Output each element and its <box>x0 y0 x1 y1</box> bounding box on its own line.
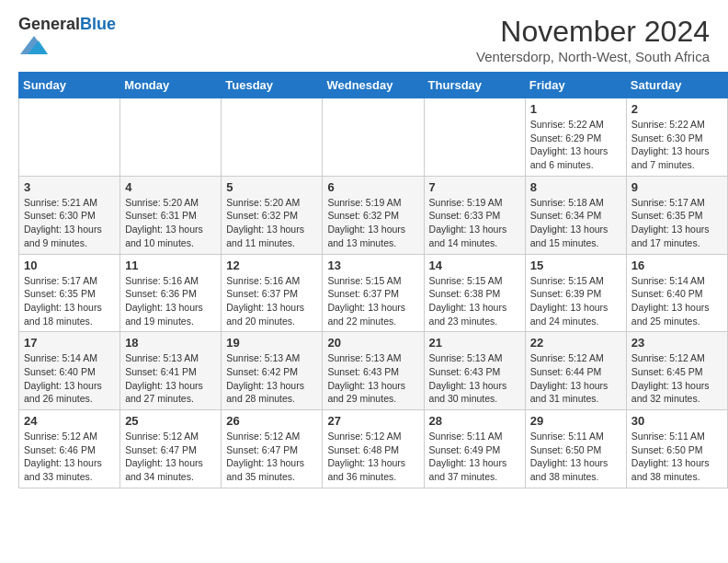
day-info: Sunrise: 5:14 AM Sunset: 6:40 PM Dayligh… <box>631 274 722 328</box>
calendar-cell: 20Sunrise: 5:13 AM Sunset: 6:43 PM Dayli… <box>323 332 424 410</box>
day-number: 11 <box>125 259 216 272</box>
calendar-cell: 26Sunrise: 5:12 AM Sunset: 6:47 PM Dayli… <box>222 410 323 488</box>
day-info: Sunrise: 5:12 AM Sunset: 6:46 PM Dayligh… <box>24 430 115 484</box>
calendar-cell: 23Sunrise: 5:12 AM Sunset: 6:45 PM Dayli… <box>626 332 727 410</box>
day-number: 18 <box>125 336 216 350</box>
day-number: 10 <box>24 259 115 272</box>
day-header-saturday: Saturday <box>626 73 727 98</box>
calendar-week-4: 17Sunrise: 5:14 AM Sunset: 6:40 PM Dayli… <box>19 332 728 410</box>
calendar-cell: 3Sunrise: 5:21 AM Sunset: 6:30 PM Daylig… <box>19 176 120 254</box>
day-info: Sunrise: 5:12 AM Sunset: 6:44 PM Dayligh… <box>530 351 621 406</box>
day-info: Sunrise: 5:12 AM Sunset: 6:48 PM Dayligh… <box>327 430 418 484</box>
day-info: Sunrise: 5:13 AM Sunset: 6:43 PM Dayligh… <box>327 351 418 406</box>
logo-icon <box>20 34 48 56</box>
day-header-sunday: Sunday <box>19 73 120 98</box>
calendar-cell: 1Sunrise: 5:22 AM Sunset: 6:29 PM Daylig… <box>525 98 626 177</box>
day-number: 1 <box>530 102 621 116</box>
title-block: November 2024 Ventersdorp, North-West, S… <box>476 15 710 64</box>
day-number: 23 <box>631 336 722 350</box>
day-info: Sunrise: 5:12 AM Sunset: 6:45 PM Dayligh… <box>631 351 722 406</box>
day-info: Sunrise: 5:20 AM Sunset: 6:31 PM Dayligh… <box>125 196 216 250</box>
month-title: November 2024 <box>476 15 710 49</box>
day-info: Sunrise: 5:18 AM Sunset: 6:34 PM Dayligh… <box>530 196 621 250</box>
calendar-cell: 24Sunrise: 5:12 AM Sunset: 6:46 PM Dayli… <box>19 410 120 488</box>
day-info: Sunrise: 5:15 AM Sunset: 6:39 PM Dayligh… <box>530 274 621 328</box>
calendar-cell: 15Sunrise: 5:15 AM Sunset: 6:39 PM Dayli… <box>525 254 626 332</box>
calendar-cell: 8Sunrise: 5:18 AM Sunset: 6:34 PM Daylig… <box>525 176 626 254</box>
day-number: 9 <box>631 180 722 194</box>
day-info: Sunrise: 5:12 AM Sunset: 6:47 PM Dayligh… <box>125 430 216 484</box>
day-number: 6 <box>327 180 418 194</box>
day-info: Sunrise: 5:22 AM Sunset: 6:30 PM Dayligh… <box>631 118 722 172</box>
calendar-cell <box>424 98 525 177</box>
calendar-cell: 9Sunrise: 5:17 AM Sunset: 6:35 PM Daylig… <box>626 176 727 254</box>
day-number: 22 <box>530 336 621 350</box>
day-info: Sunrise: 5:15 AM Sunset: 6:37 PM Dayligh… <box>327 274 418 328</box>
calendar-cell: 10Sunrise: 5:17 AM Sunset: 6:35 PM Dayli… <box>19 254 120 332</box>
day-info: Sunrise: 5:15 AM Sunset: 6:38 PM Dayligh… <box>429 274 520 328</box>
day-number: 12 <box>226 259 317 272</box>
calendar-cell: 7Sunrise: 5:19 AM Sunset: 6:33 PM Daylig… <box>424 176 525 254</box>
day-info: Sunrise: 5:20 AM Sunset: 6:32 PM Dayligh… <box>226 196 317 250</box>
day-number: 8 <box>530 180 621 194</box>
calendar-cell: 12Sunrise: 5:16 AM Sunset: 6:37 PM Dayli… <box>222 254 323 332</box>
day-info: Sunrise: 5:13 AM Sunset: 6:42 PM Dayligh… <box>226 351 317 406</box>
day-number: 7 <box>429 180 520 194</box>
day-info: Sunrise: 5:11 AM Sunset: 6:50 PM Dayligh… <box>631 430 722 484</box>
calendar-cell: 5Sunrise: 5:20 AM Sunset: 6:32 PM Daylig… <box>222 176 323 254</box>
day-info: Sunrise: 5:16 AM Sunset: 6:37 PM Dayligh… <box>226 274 317 328</box>
day-number: 19 <box>226 336 317 350</box>
calendar-cell: 30Sunrise: 5:11 AM Sunset: 6:50 PM Dayli… <box>626 410 727 488</box>
calendar-cell: 21Sunrise: 5:13 AM Sunset: 6:43 PM Dayli… <box>424 332 525 410</box>
logo-general: General <box>18 15 80 33</box>
calendar-cell: 4Sunrise: 5:20 AM Sunset: 6:31 PM Daylig… <box>120 176 222 254</box>
day-number: 4 <box>125 180 216 194</box>
day-number: 30 <box>631 414 722 428</box>
day-number: 21 <box>429 336 520 350</box>
calendar-week-3: 10Sunrise: 5:17 AM Sunset: 6:35 PM Dayli… <box>19 254 728 332</box>
day-header-friday: Friday <box>525 73 626 98</box>
day-number: 5 <box>226 180 317 194</box>
day-header-monday: Monday <box>120 73 222 98</box>
day-number: 3 <box>24 180 115 194</box>
day-info: Sunrise: 5:17 AM Sunset: 6:35 PM Dayligh… <box>631 196 722 250</box>
day-info: Sunrise: 5:11 AM Sunset: 6:49 PM Dayligh… <box>429 430 520 484</box>
calendar-cell: 29Sunrise: 5:11 AM Sunset: 6:50 PM Dayli… <box>525 410 626 488</box>
day-info: Sunrise: 5:12 AM Sunset: 6:47 PM Dayligh… <box>226 430 317 484</box>
calendar-week-5: 24Sunrise: 5:12 AM Sunset: 6:46 PM Dayli… <box>19 410 728 488</box>
day-number: 25 <box>125 414 216 428</box>
calendar-cell: 14Sunrise: 5:15 AM Sunset: 6:38 PM Dayli… <box>424 254 525 332</box>
day-number: 15 <box>530 259 621 272</box>
calendar-table: SundayMondayTuesdayWednesdayThursdayFrid… <box>18 72 728 488</box>
calendar-cell <box>222 98 323 177</box>
calendar-cell: 27Sunrise: 5:12 AM Sunset: 6:48 PM Dayli… <box>323 410 424 488</box>
calendar-cell: 2Sunrise: 5:22 AM Sunset: 6:30 PM Daylig… <box>626 98 727 177</box>
calendar-cell <box>323 98 424 177</box>
calendar-header: SundayMondayTuesdayWednesdayThursdayFrid… <box>19 73 728 98</box>
day-info: Sunrise: 5:13 AM Sunset: 6:43 PM Dayligh… <box>429 351 520 406</box>
calendar-cell <box>19 98 120 177</box>
day-header-tuesday: Tuesday <box>222 73 323 98</box>
day-info: Sunrise: 5:19 AM Sunset: 6:33 PM Dayligh… <box>429 196 520 250</box>
day-number: 13 <box>327 259 418 272</box>
logo-blue: Blue <box>80 15 116 33</box>
calendar-cell <box>120 98 222 177</box>
day-info: Sunrise: 5:16 AM Sunset: 6:36 PM Dayligh… <box>125 274 216 328</box>
day-number: 16 <box>631 259 722 272</box>
calendar-week-1: 1Sunrise: 5:22 AM Sunset: 6:29 PM Daylig… <box>19 98 728 177</box>
calendar-cell: 11Sunrise: 5:16 AM Sunset: 6:36 PM Dayli… <box>120 254 222 332</box>
day-number: 29 <box>530 414 621 428</box>
day-info: Sunrise: 5:11 AM Sunset: 6:50 PM Dayligh… <box>530 430 621 484</box>
day-info: Sunrise: 5:19 AM Sunset: 6:32 PM Dayligh… <box>327 196 418 250</box>
calendar-cell: 25Sunrise: 5:12 AM Sunset: 6:47 PM Dayli… <box>120 410 222 488</box>
day-number: 26 <box>226 414 317 428</box>
calendar-cell: 16Sunrise: 5:14 AM Sunset: 6:40 PM Dayli… <box>626 254 727 332</box>
day-info: Sunrise: 5:21 AM Sunset: 6:30 PM Dayligh… <box>24 196 115 250</box>
calendar-body: 1Sunrise: 5:22 AM Sunset: 6:29 PM Daylig… <box>19 98 728 488</box>
calendar-cell: 13Sunrise: 5:15 AM Sunset: 6:37 PM Dayli… <box>323 254 424 332</box>
calendar-cell: 22Sunrise: 5:12 AM Sunset: 6:44 PM Dayli… <box>525 332 626 410</box>
day-header-thursday: Thursday <box>424 73 525 98</box>
day-number: 28 <box>429 414 520 428</box>
calendar-week-2: 3Sunrise: 5:21 AM Sunset: 6:30 PM Daylig… <box>19 176 728 254</box>
location: Ventersdorp, North-West, South Africa <box>476 49 710 64</box>
